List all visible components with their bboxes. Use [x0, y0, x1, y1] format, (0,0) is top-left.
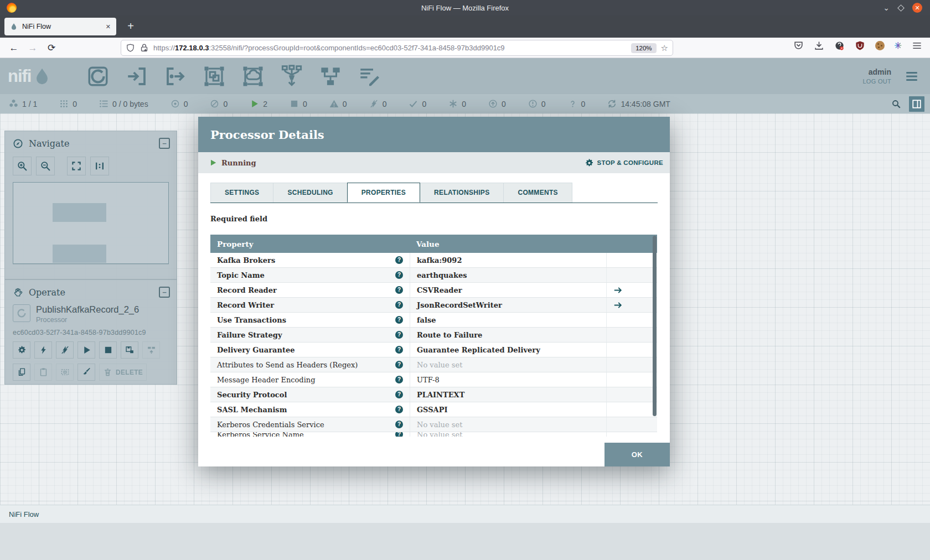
help-icon[interactable]: ?	[395, 331, 403, 339]
tab-properties[interactable]: PROPERTIES	[347, 183, 420, 203]
url-bar[interactable]: https://172.18.0.3:32558/nifi/?processGr…	[121, 40, 673, 56]
back-button[interactable]: ←	[7, 41, 21, 55]
property-row[interactable]: Message Header Encoding?UTF-8	[210, 372, 657, 387]
help-icon[interactable]: ?	[395, 361, 403, 369]
property-row[interactable]: Delivery Guarantee?Guarantee Replicated …	[210, 343, 657, 357]
help-icon[interactable]: ?	[395, 256, 403, 264]
help-icon[interactable]: ?	[395, 391, 403, 398]
start-button[interactable]	[78, 341, 95, 359]
property-value-cell[interactable]: PLAINTEXT	[410, 387, 606, 402]
tab-settings[interactable]: SETTINGS	[210, 183, 273, 203]
remote-process-group-icon[interactable]	[241, 65, 265, 88]
process-group-icon[interactable]	[203, 65, 226, 88]
breadcrumb[interactable]: NiFi Flow	[0, 505, 930, 523]
help-icon[interactable]: ?	[395, 421, 403, 428]
actual-size-button[interactable]	[90, 157, 109, 175]
property-value-cell[interactable]: false	[410, 313, 606, 327]
window-maximize-button[interactable]	[897, 4, 905, 12]
zoom-out-button[interactable]	[36, 157, 55, 175]
change-version-button[interactable]	[142, 341, 160, 359]
property-row[interactable]: Attributes to Send as Headers (Regex)?No…	[210, 357, 657, 372]
paste-button[interactable]	[34, 364, 52, 381]
enable-button[interactable]	[34, 341, 52, 359]
property-value-cell[interactable]: kafka:9092	[410, 253, 606, 267]
configure-button[interactable]	[13, 341, 30, 359]
operate-collapse-button[interactable]: –	[159, 287, 170, 298]
property-row[interactable]: Record Reader?CSVReader	[210, 283, 657, 298]
extension-asterisk-icon[interactable]: ✳	[895, 41, 902, 51]
browser-tab-nifi-flow[interactable]: NiFi Flow ✕	[4, 18, 116, 35]
refresh-icon[interactable]	[607, 99, 617, 108]
downloads-icon[interactable]	[814, 40, 824, 51]
processor-icon[interactable]	[86, 65, 110, 88]
help-icon[interactable]: ?	[395, 316, 403, 324]
template-icon[interactable]	[319, 65, 342, 88]
property-row[interactable]: Kerberos Service Name?No value set	[210, 432, 657, 437]
zoom-level-badge[interactable]: 120%	[631, 43, 656, 53]
property-row[interactable]: Failure Strategy?Route to Failure	[210, 328, 657, 343]
tab-close-icon[interactable]: ✕	[106, 23, 111, 30]
pocket-icon[interactable]	[793, 40, 804, 51]
property-value-cell[interactable]: No value set	[410, 432, 606, 437]
ublock-shield-icon[interactable]	[855, 40, 865, 51]
help-icon[interactable]: ?	[395, 271, 403, 279]
start-version-control-button[interactable]	[121, 341, 138, 359]
property-value-cell[interactable]: UTF-8	[410, 372, 606, 387]
delete-button[interactable]: DELETE	[99, 364, 147, 381]
tab-comments[interactable]: COMMENTS	[503, 183, 572, 203]
disable-button[interactable]	[56, 341, 74, 359]
new-tab-button[interactable]: +	[123, 19, 138, 34]
table-scrollbar[interactable]	[653, 236, 657, 416]
tab-scheduling[interactable]: SCHEDULING	[273, 183, 347, 203]
stop-configure-button[interactable]: STOP & CONFIGURE	[585, 158, 663, 168]
reload-button[interactable]: ⟳	[44, 41, 59, 55]
settings-panel-button[interactable]	[909, 96, 924, 112]
zoom-in-button[interactable]	[13, 157, 32, 175]
property-value-cell[interactable]: Guarantee Replicated Delivery	[410, 343, 606, 357]
cookie-extension-icon[interactable]	[875, 41, 885, 50]
go-to-service-icon[interactable]	[613, 286, 623, 295]
extension-privacy-icon[interactable]	[834, 40, 845, 51]
ok-button[interactable]: OK	[604, 443, 670, 466]
help-icon[interactable]: ?	[395, 346, 403, 354]
property-value-cell[interactable]: earthquakes	[410, 268, 606, 282]
stop-button[interactable]	[99, 341, 117, 359]
property-row[interactable]: Use Transactions?false	[210, 313, 657, 328]
property-value-cell[interactable]: JsonRecordSetWriter	[410, 298, 606, 312]
tracking-shield-icon[interactable]	[126, 43, 135, 53]
help-icon[interactable]: ?	[395, 406, 403, 413]
copy-button[interactable]	[13, 364, 30, 381]
property-value-cell[interactable]: No value set	[410, 417, 606, 432]
window-minimize-button[interactable]: ⌄	[883, 3, 890, 12]
help-icon[interactable]: ?	[395, 301, 403, 309]
property-row[interactable]: Kerberos Credentials Service?No value se…	[210, 417, 657, 432]
property-value-cell[interactable]: GSSAPI	[410, 402, 606, 417]
bookmark-star-icon[interactable]: ☆	[661, 43, 668, 53]
go-to-service-icon[interactable]	[613, 300, 623, 310]
connection-lock-icon[interactable]	[140, 43, 149, 53]
create-group-button[interactable]	[56, 364, 74, 381]
tab-relationships[interactable]: RELATIONSHIPS	[420, 183, 504, 203]
help-icon[interactable]: ?	[395, 432, 403, 437]
fill-color-button[interactable]	[78, 364, 95, 381]
window-close-button[interactable]: ✕	[912, 3, 922, 13]
property-row[interactable]: Security Protocol?PLAINTEXT	[210, 387, 657, 402]
property-value-cell[interactable]: No value set	[410, 357, 606, 372]
global-menu-icon[interactable]	[903, 69, 920, 84]
property-row[interactable]: SASL Mechanism?GSSAPI	[210, 402, 657, 417]
help-icon[interactable]: ?	[395, 286, 403, 294]
forward-button[interactable]: →	[25, 41, 40, 55]
navigate-collapse-button[interactable]: –	[159, 138, 170, 149]
property-row[interactable]: Record Writer?JsonRecordSetWriter	[210, 298, 657, 313]
output-port-icon[interactable]	[164, 65, 187, 88]
window-titlebar[interactable]: NiFi Flow — Mozilla Firefox ⌄ ✕	[0, 0, 930, 15]
property-value-cell[interactable]: Route to Failure	[410, 328, 606, 342]
fit-button[interactable]	[67, 157, 86, 175]
search-icon[interactable]	[891, 99, 901, 109]
logout-link[interactable]: LOG OUT	[862, 78, 891, 85]
input-port-icon[interactable]	[125, 65, 148, 88]
label-icon[interactable]	[358, 65, 381, 88]
property-value-cell[interactable]: CSVReader	[410, 283, 606, 297]
menu-hamburger-icon[interactable]	[912, 40, 922, 51]
funnel-icon[interactable]	[280, 65, 303, 88]
